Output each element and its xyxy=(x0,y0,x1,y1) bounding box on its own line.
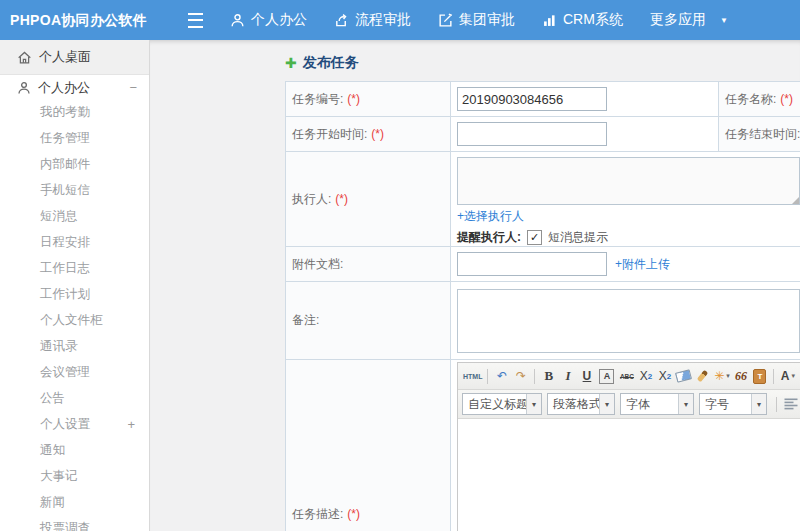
sidebar-subitem-13[interactable]: 通知 xyxy=(0,437,149,463)
sidebar-subitem-12[interactable]: 个人设置+ xyxy=(0,411,149,437)
required-mark: (*) xyxy=(347,507,360,521)
subscript-icon[interactable]: X2 xyxy=(656,366,673,386)
start-time-cell xyxy=(451,117,719,152)
redo-icon[interactable]: ↷ xyxy=(512,366,529,386)
sidebar-item-personal-office[interactable]: 个人办公 − xyxy=(0,75,149,100)
user-icon xyxy=(230,13,245,28)
blockquote-icon[interactable]: 66 xyxy=(732,366,749,386)
task-number-input[interactable] xyxy=(457,87,607,111)
sidebar-submenu: 我的考勤任务管理内部邮件手机短信短消息日程安排工作日志工作计划个人文件柜通讯录会… xyxy=(0,99,149,531)
nav-item-label: CRM系统 xyxy=(563,11,623,29)
remark-textarea[interactable] xyxy=(457,289,800,353)
bold-icon[interactable]: B xyxy=(540,366,557,386)
executor-label: 执行人:(*) xyxy=(286,152,451,247)
form-row-attachment: 附件文档: +附件上传 xyxy=(286,247,800,282)
attachment-input[interactable] xyxy=(457,252,607,276)
chevron-down-icon[interactable]: ▾ xyxy=(526,394,541,414)
executor-textarea-wrap xyxy=(457,157,800,205)
chevron-down-icon[interactable]: ▾ xyxy=(678,394,693,414)
nav-item-label: 集团审批 xyxy=(459,11,515,29)
select-executor-link[interactable]: +选择执行人 xyxy=(457,209,524,223)
sidebar-subitem-2[interactable]: 内部邮件 xyxy=(0,151,149,177)
font-style-box-icon[interactable]: A xyxy=(599,369,614,384)
italic-icon[interactable]: I xyxy=(559,366,576,386)
sidebar-subitem-label: 个人设置 xyxy=(40,416,90,433)
remind-line: 提醒执行人: 短消息提示 xyxy=(457,229,800,246)
executor-cell: +选择执行人 提醒执行人: 短消息提示 xyxy=(451,152,800,247)
select-value: 自定义标题 xyxy=(463,396,526,413)
sidebar-item-desktop[interactable]: 个人桌面 xyxy=(0,40,149,75)
required-mark: (*) xyxy=(347,92,360,106)
top-navigation: 个人办公流程审批集团审批CRM系统更多应用▼ xyxy=(188,0,728,40)
sidebar-subitem-16[interactable]: 投票调查 xyxy=(0,515,149,531)
toolbar-separator xyxy=(487,369,488,384)
align-left-icon[interactable] xyxy=(784,398,799,410)
sidebar-subitem-label: 投票调查 xyxy=(40,520,90,531)
nav-item-label: 流程审批 xyxy=(355,11,411,29)
attachment-upload-link[interactable]: +附件上传 xyxy=(615,256,670,273)
paste-text-icon[interactable]: T xyxy=(751,366,768,386)
sms-remind-checkbox[interactable] xyxy=(527,230,542,245)
sidebar-subitem-label: 会议管理 xyxy=(40,364,90,381)
resize-handle-icon[interactable] xyxy=(792,197,799,204)
font-color-icon[interactable]: A▾ xyxy=(779,366,796,386)
sidebar-subitem-8[interactable]: 个人文件柜 xyxy=(0,307,149,333)
nav-item-more-apps[interactable]: 更多应用▼ xyxy=(650,11,728,29)
required-mark: (*) xyxy=(371,127,384,141)
format-brush-icon[interactable] xyxy=(694,366,711,386)
sidebar-subitem-5[interactable]: 日程安排 xyxy=(0,229,149,255)
nav-item-group-approval[interactable]: 集团审批 xyxy=(438,11,515,29)
expand-plus-icon[interactable]: + xyxy=(127,417,135,432)
chevron-down-icon[interactable]: ▾ xyxy=(751,394,766,414)
magic-format-icon[interactable]: ✳▾ xyxy=(713,366,730,386)
user-icon xyxy=(17,81,31,95)
custom-title-select[interactable]: 自定义标题▾ xyxy=(462,393,542,415)
sidebar-subitem-15[interactable]: 新闻 xyxy=(0,489,149,515)
sidebar-subitem-label: 个人文件柜 xyxy=(40,312,103,329)
task-name-label: 任务名称:(*) xyxy=(719,82,800,117)
form-row-remark: 备注: xyxy=(286,282,800,360)
toolbar-separator xyxy=(776,397,777,412)
sidebar-subitem-4[interactable]: 短消息 xyxy=(0,203,149,229)
sidebar-subitem-14[interactable]: 大事记 xyxy=(0,463,149,489)
source-code-button[interactable]: HTML xyxy=(463,366,482,386)
undo-icon[interactable]: ↶ xyxy=(493,366,510,386)
nav-item-crm-system[interactable]: CRM系统 xyxy=(542,11,623,29)
sidebar-subitem-label: 工作日志 xyxy=(40,260,90,277)
sidebar-subitem-label: 新闻 xyxy=(40,494,65,511)
sidebar-subitem-10[interactable]: 会议管理 xyxy=(0,359,149,385)
font-size-select[interactable]: 字号▾ xyxy=(699,393,767,415)
collapse-minus-icon[interactable]: − xyxy=(129,80,137,95)
sidebar-subitem-3[interactable]: 手机短信 xyxy=(0,177,149,203)
eraser-icon[interactable] xyxy=(675,366,692,386)
chart-icon xyxy=(542,13,557,28)
sidebar-subitem-1[interactable]: 任务管理 xyxy=(0,125,149,151)
sidebar-subitem-7[interactable]: 工作计划 xyxy=(0,281,149,307)
editor-content-area[interactable] xyxy=(458,419,800,531)
strikethrough-icon[interactable]: ABC xyxy=(618,366,635,386)
nav-item-process-approval[interactable]: 流程审批 xyxy=(334,11,411,29)
remark-label: 备注: xyxy=(286,282,451,360)
chevron-down-icon[interactable]: ▾ xyxy=(599,394,614,414)
underline-icon[interactable]: U xyxy=(578,366,595,386)
sidebar-subitem-9[interactable]: 通讯录 xyxy=(0,333,149,359)
executor-textarea[interactable] xyxy=(457,157,800,205)
start-time-input[interactable] xyxy=(457,122,607,146)
paragraph-format-select[interactable]: 段落格式▾ xyxy=(547,393,615,415)
page-title-text: 发布任务 xyxy=(303,54,359,72)
superscript-icon[interactable]: X2 xyxy=(637,366,654,386)
toolbar-separator xyxy=(534,369,535,384)
sidebar-subitem-11[interactable]: 公告 xyxy=(0,385,149,411)
sidebar-subitem-label: 短消息 xyxy=(40,208,78,225)
sidebar-subitem-0[interactable]: 我的考勤 xyxy=(0,99,149,125)
font-family-select[interactable]: 字体▾ xyxy=(620,393,694,415)
sidebar-subitem-label: 我的考勤 xyxy=(40,104,90,121)
toolbar-separator xyxy=(773,369,774,384)
task-number-label: 任务编号:(*) xyxy=(286,82,451,117)
sidebar-item-label: 个人办公 xyxy=(38,79,90,97)
nav-item-personal-office[interactable]: 个人办公 xyxy=(230,11,307,29)
hamburger-icon[interactable] xyxy=(188,13,203,28)
sidebar-subitem-6[interactable]: 工作日志 xyxy=(0,255,149,281)
form-row-start-time: 任务开始时间:(*) 任务结束时间:(*) xyxy=(286,117,800,152)
select-value: 字号 xyxy=(700,396,751,413)
